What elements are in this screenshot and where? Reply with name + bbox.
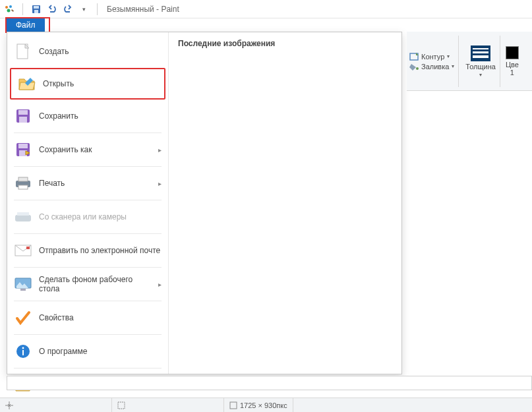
svg-rect-31 [230, 402, 237, 409]
menu-item-save-as[interactable]: Сохранить как ▸ [7, 134, 168, 165]
menu-separator [14, 368, 162, 368]
fill-label: Заливка [421, 63, 449, 71]
redo-icon[interactable] [61, 3, 74, 16]
svg-rect-11 [18, 110, 28, 115]
fill-dropdown[interactable]: Заливка ▾ [409, 63, 454, 71]
canvas-scroll-area[interactable] [7, 376, 532, 390]
menu-separator [14, 301, 162, 301]
desktop-wallpaper-icon [14, 275, 32, 293]
color1-button[interactable]: Цве 1 [503, 36, 521, 87]
menu-separator [14, 166, 162, 167]
svg-point-0 [5, 6, 8, 9]
menu-label: Создать [39, 47, 162, 56]
cursor-position-icon [5, 401, 13, 409]
thickness-label: Толщина [465, 63, 496, 71]
svg-rect-19 [15, 215, 31, 221]
menu-label: Свойства [39, 313, 162, 322]
menu-label: Сохранить как [39, 145, 152, 154]
menu-label: Печать [39, 179, 152, 188]
menu-separator [14, 267, 162, 268]
color-swatch-icon [506, 46, 519, 59]
titlebar: ▾ Безымянный - Paint [0, 0, 532, 18]
chevron-right-icon: ▸ [158, 146, 162, 154]
menu-label: Со сканера или камеры [39, 212, 162, 221]
canvas-size-icon [229, 401, 237, 409]
recent-images-title: Последние изображения [178, 39, 392, 48]
window-title: Безымянный - Paint [107, 5, 179, 14]
fill-bucket-icon [409, 63, 419, 71]
chevron-right-icon: ▸ [158, 180, 162, 187]
envelope-icon [14, 241, 32, 260]
svg-point-2 [7, 9, 11, 12]
folder-open-icon [18, 74, 36, 93]
menu-label: Сохранить [39, 111, 162, 121]
recent-images-panel: Последние изображения [169, 32, 401, 374]
svg-rect-14 [18, 144, 28, 148]
menu-separator [14, 132, 162, 133]
paint-app-icon[interactable] [3, 3, 16, 16]
chevron-down-icon: ▾ [452, 63, 454, 69]
outline-icon [409, 53, 419, 61]
svg-rect-22 [26, 247, 30, 249]
svg-rect-20 [17, 212, 29, 216]
file-menu-items: Создать Открыть Сохранить Сохранить как … [7, 32, 169, 374]
svg-point-27 [22, 347, 24, 349]
menu-item-properties[interactable]: Свойства [7, 303, 168, 333]
menu-item-send-email[interactable]: Отправить по электронной почте [7, 235, 168, 266]
svg-point-29 [416, 67, 419, 70]
menu-label: Сделать фоном рабочего стола [39, 275, 152, 293]
statusbar: 1725 × 930пкс [0, 397, 532, 412]
chevron-down-icon: ▾ [447, 53, 450, 59]
selection-size-icon [117, 401, 125, 409]
new-document-icon [14, 42, 32, 61]
undo-icon[interactable] [45, 3, 59, 16]
dimensions-text: 1725 × 930пкс [240, 401, 287, 409]
menu-item-save[interactable]: Сохранить [7, 101, 168, 131]
svg-point-1 [9, 5, 12, 8]
thickness-icon [471, 45, 490, 61]
svg-rect-17 [18, 177, 28, 181]
ribbon-right-fragment: Контур ▾ Заливка ▾ Толщина ▾ Цве 1 [407, 32, 532, 91]
quick-access-toolbar: ▾ [3, 3, 102, 16]
chevron-right-icon: ▸ [158, 281, 162, 288]
printer-icon [14, 174, 32, 192]
menu-item-wallpaper[interactable]: Сделать фоном рабочего стола ▸ [7, 269, 168, 299]
menu-item-create[interactable]: Создать [7, 36, 168, 67]
scanner-icon [14, 208, 32, 226]
save-icon[interactable] [30, 3, 43, 16]
svg-rect-5 [34, 6, 39, 9]
menu-item-print[interactable]: Печать ▸ [7, 168, 168, 198]
thickness-dropdown[interactable]: Толщина ▾ [461, 36, 500, 87]
menu-item-about[interactable]: О программе [7, 336, 168, 367]
qat-customize-icon[interactable]: ▾ [77, 3, 90, 16]
menu-label: Отправить по электронной почте [39, 246, 162, 255]
menu-separator [14, 334, 162, 335]
info-icon [14, 342, 32, 361]
svg-rect-3 [11, 9, 14, 12]
status-selection [112, 398, 224, 412]
menu-separator [14, 200, 162, 200]
status-cursor-pos [0, 398, 112, 412]
status-dimensions: 1725 × 930пкс [224, 398, 293, 412]
save-disk-icon [14, 107, 32, 125]
svg-rect-6 [34, 10, 38, 13]
menu-item-scanner: Со сканера или камеры [7, 202, 168, 232]
chevron-down-icon: ▾ [479, 72, 482, 78]
svg-rect-24 [20, 289, 26, 291]
menu-label: О программе [39, 347, 162, 356]
menu-item-open[interactable]: Открыть [10, 68, 165, 100]
menu-label: Открыть [43, 79, 158, 88]
save-as-icon [14, 140, 32, 159]
outline-label: Контур [421, 53, 444, 61]
svg-rect-12 [19, 117, 27, 123]
file-menu-dropdown: Создать Открыть Сохранить Сохранить как … [7, 32, 402, 374]
menu-separator [14, 233, 162, 234]
checkmark-icon [14, 309, 32, 327]
color1-label: Цве 1 [506, 61, 519, 76]
svg-rect-18 [18, 185, 28, 189]
file-tab[interactable]: Файл [7, 18, 45, 32]
outline-dropdown[interactable]: Контур ▾ [409, 53, 454, 61]
svg-rect-26 [22, 350, 24, 355]
svg-rect-30 [118, 402, 125, 409]
